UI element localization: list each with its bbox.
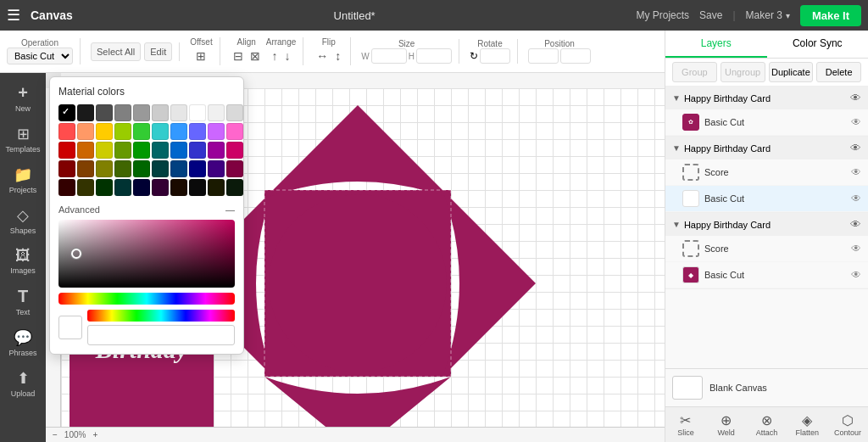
color-swatch-21[interactable] [77, 142, 94, 159]
color-swatch-16[interactable] [170, 123, 187, 140]
layer-group-1-header[interactable]: ▼ Happy Birthday Card 👁 [665, 87, 868, 109]
mini-rainbow[interactable] [87, 310, 235, 322]
size-h-input[interactable] [416, 48, 452, 64]
color-swatch-27[interactable] [189, 142, 206, 159]
color-swatch-0[interactable]: ✓ [58, 104, 75, 121]
color-swatch-31[interactable] [77, 160, 94, 177]
maker-dropdown[interactable]: Maker 3 ▾ [746, 9, 790, 21]
color-swatch-25[interactable] [152, 142, 169, 159]
layer-eye-2-1-icon[interactable]: 👁 [851, 166, 861, 178]
color-swatch-28[interactable] [208, 142, 225, 159]
color-swatch-34[interactable] [133, 160, 150, 177]
color-swatch-40[interactable] [58, 179, 75, 196]
color-swatch-42[interactable] [96, 179, 113, 196]
sidebar-item-new[interactable]: + New [3, 78, 43, 118]
color-swatch-33[interactable] [114, 160, 131, 177]
arrange-icon-2[interactable]: ↓ [282, 47, 293, 65]
group-2-eye-icon[interactable]: 👁 [850, 142, 861, 154]
zoom-in-button[interactable]: + [92, 430, 97, 439]
color-swatch-18[interactable] [208, 123, 225, 140]
sidebar-item-projects[interactable]: 📁 Projects [3, 160, 43, 199]
layer-eye-3-1-icon[interactable]: 👁 [851, 243, 861, 255]
flatten-button[interactable]: ◈ Flatten [787, 407, 827, 442]
color-swatch-1[interactable] [77, 104, 94, 121]
layer-group-3-header[interactable]: ▼ Happy Birthday Card 👁 [665, 213, 868, 236]
size-w-input[interactable] [371, 48, 407, 64]
duplicate-button[interactable]: Duplicate [769, 62, 814, 82]
rotate-input[interactable] [480, 48, 510, 64]
color-swatch-6[interactable] [170, 104, 187, 121]
color-gradient[interactable] [58, 220, 235, 288]
flip-v-icon[interactable]: ↕ [332, 47, 343, 65]
color-swatch-10[interactable] [58, 123, 75, 140]
color-swatch-32[interactable] [96, 160, 113, 177]
sidebar-item-shapes[interactable]: ◇ Shapes [3, 201, 43, 240]
layer-group-2-header[interactable]: ▼ Happy Birthday Card 👁 [665, 137, 868, 159]
color-swatch-7[interactable] [189, 104, 206, 121]
color-swatch-37[interactable] [189, 160, 206, 177]
color-swatch-19[interactable] [226, 123, 243, 140]
layer-eye-3-2-icon[interactable]: 👁 [851, 269, 861, 281]
layer-item-2-1[interactable]: Score 👁 [665, 159, 868, 186]
hue-bar[interactable] [58, 293, 235, 305]
ungroup-button[interactable]: Ungroup [721, 62, 765, 82]
weld-button[interactable]: ⊕ Weld [706, 407, 747, 442]
sidebar-item-phrases[interactable]: 💬 Phrases [3, 323, 43, 362]
color-swatch-3[interactable] [114, 104, 131, 121]
color-swatch-13[interactable] [114, 123, 131, 140]
group-3-eye-icon[interactable]: 👁 [850, 218, 861, 231]
color-swatch-24[interactable] [133, 142, 150, 159]
layer-item-1-1[interactable]: ✿ Basic Cut 👁 [665, 109, 868, 136]
minimize-icon[interactable]: — [225, 204, 235, 215]
tab-color-sync[interactable]: Color Sync [767, 31, 869, 58]
color-swatch-39[interactable] [226, 160, 243, 177]
my-projects-button[interactable]: My Projects [636, 9, 689, 21]
flip-h-icon[interactable]: ↔ [314, 47, 331, 65]
arrange-icon-1[interactable]: ↑ [270, 47, 281, 65]
offset-icon[interactable]: ⊞ [193, 47, 209, 65]
zoom-out-button[interactable]: − [53, 430, 58, 439]
layer-item-2-2[interactable]: Basic Cut 👁 [665, 186, 868, 212]
color-swatch-30[interactable] [58, 160, 75, 177]
color-swatch-8[interactable] [208, 104, 225, 121]
color-swatch-35[interactable] [152, 160, 169, 177]
color-swatch-14[interactable] [133, 123, 150, 140]
layer-item-3-1[interactable]: Score 👁 [665, 236, 868, 262]
group-button[interactable]: Group [672, 62, 717, 82]
color-swatch-20[interactable] [58, 142, 75, 159]
color-swatch-23[interactable] [114, 142, 131, 159]
delete-button[interactable]: Delete [816, 62, 861, 82]
menu-icon[interactable]: ☰ [7, 6, 20, 25]
color-swatch-12[interactable] [96, 123, 113, 140]
color-swatch-9[interactable] [226, 104, 243, 121]
align-icon-2[interactable]: ⊠ [248, 47, 263, 65]
attach-button[interactable]: ⊗ Attach [747, 407, 787, 442]
hex-input[interactable]: #f5f5f5 [87, 325, 235, 345]
color-swatch-48[interactable] [208, 179, 225, 196]
color-swatch-29[interactable] [226, 142, 243, 159]
contour-button[interactable]: ⬡ Contour [827, 407, 868, 442]
color-swatch-22[interactable] [96, 142, 113, 159]
position-y-input[interactable] [560, 48, 591, 64]
color-swatch-41[interactable] [77, 179, 94, 196]
position-x-input[interactable] [528, 48, 559, 64]
color-swatch-45[interactable] [152, 179, 169, 196]
color-swatch-49[interactable] [226, 179, 243, 196]
sidebar-item-images[interactable]: 🖼 Images [3, 242, 43, 280]
sidebar-item-templates[interactable]: ⊞ Templates [3, 120, 43, 159]
color-swatch-47[interactable] [189, 179, 206, 196]
operation-select[interactable]: Basic Cut [7, 48, 73, 64]
color-swatch-15[interactable] [152, 123, 169, 140]
sidebar-item-text[interactable]: T Text [3, 282, 43, 322]
color-swatch-26[interactable] [170, 142, 187, 159]
color-swatch-17[interactable] [189, 123, 206, 140]
layer-item-3-2[interactable]: ◆ Basic Cut 👁 [665, 262, 868, 288]
color-swatch-36[interactable] [170, 160, 187, 177]
sidebar-item-upload[interactable]: ⬆ Upload [3, 364, 43, 403]
save-button[interactable]: Save [699, 9, 722, 21]
tab-layers[interactable]: Layers [665, 31, 767, 58]
group-1-eye-icon[interactable]: 👁 [850, 92, 861, 104]
align-icon-1[interactable]: ⊟ [231, 47, 246, 65]
color-swatch-2[interactable] [96, 104, 113, 121]
select-all-button[interactable]: Select All [91, 42, 141, 61]
